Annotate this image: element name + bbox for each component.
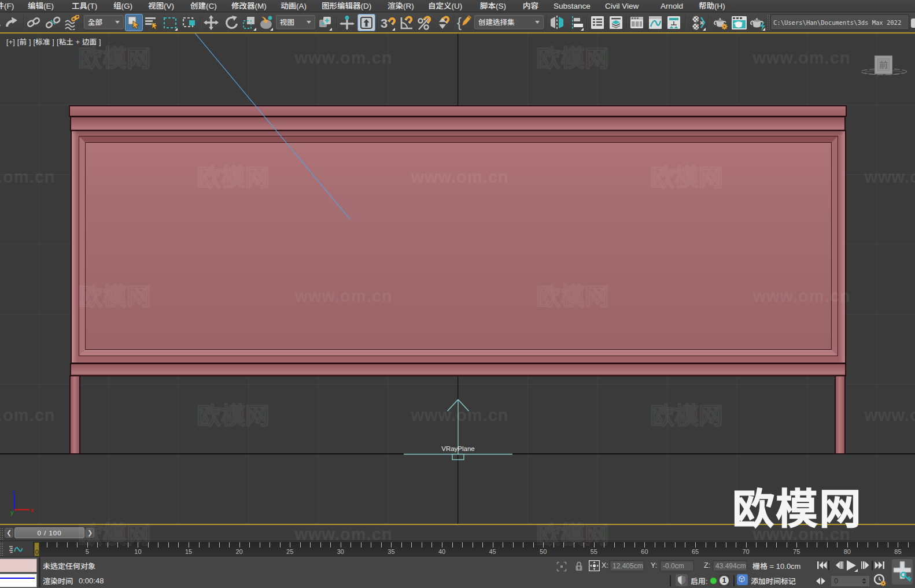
viewport-label-seg-3[interactable]: [粘土 + 边面 ] [57,38,101,46]
rectangular-selection-region-button[interactable] [163,14,178,31]
snaps-toggle-3d-button[interactable]: 3 [380,14,396,31]
track-bar-ruler[interactable]: 05101520253035404550556065707580850 [33,542,915,557]
ruler-label: 20 [235,548,242,555]
viewcube-front-face[interactable]: 前 [875,56,892,74]
macro-recorder-pane[interactable] [0,559,37,572]
transform-typein-icon[interactable] [589,560,600,574]
next-frame-button[interactable]: ❯ [86,528,94,538]
menu-11[interactable]: 脚本(S) [480,0,506,12]
material-editor-button[interactable] [691,14,706,31]
select-and-rotate-button[interactable] [224,14,239,31]
z-coord-field[interactable]: 43.494cm [713,560,747,571]
rendered-frame-window-button[interactable] [731,14,747,31]
named-selection-sets-dropdown[interactable]: 创建选择集 [474,15,544,29]
shield-button[interactable] [676,574,688,586]
time-tag-cube-button[interactable] [737,574,748,585]
previous-frame-button[interactable] [833,561,843,572]
set-key-button[interactable] [891,559,913,585]
time-configuration-button[interactable] [874,574,887,588]
menu-5[interactable]: 创建(C) [190,0,217,12]
play-button[interactable] [845,560,858,575]
menu-10[interactable]: 自定义(U) [428,0,462,12]
toolbar-grip[interactable] [767,14,770,31]
splitter-grip[interactable] [0,542,3,556]
select-and-link-button[interactable] [26,14,41,31]
x-coord-field[interactable]: 12.405cm [610,560,644,571]
go-to-end-button[interactable] [875,561,884,572]
current-frame-marker[interactable]: 0 [34,542,39,556]
undo-button[interactable] [0,14,2,31]
menu-14[interactable]: Civil View [605,0,639,12]
next-frame-button[interactable] [861,561,871,572]
viewport-label-seg-1[interactable]: [前 ] [17,38,31,46]
render-setup-button[interactable] [713,14,728,31]
menu-1[interactable]: 编辑(E) [28,0,54,12]
menu-3[interactable]: 组(G) [113,0,132,12]
add-time-tag[interactable]: 添加时间标记 [751,576,796,586]
menu-file[interactable]: 文件(F) [0,0,14,12]
menu-15[interactable]: Arnold [661,0,683,12]
menu-16[interactable]: 帮助(H) [699,0,725,12]
construction-line[interactable] [194,34,350,219]
maxscript-mini-listener[interactable] [0,558,37,587]
time-slider-grip[interactable]: 0 / 100 [14,527,84,538]
viewport-label-seg-2[interactable]: [标准 ] [34,38,54,46]
current-frame-field[interactable]: 0 [831,575,870,587]
project-folder-field[interactable]: C:\Users\Han\Documents\3ds Max 2022 [770,14,909,30]
key-mode-toggle[interactable] [816,576,825,587]
menu-6[interactable]: 修改器(M) [231,0,267,12]
window-crossing-button[interactable] [182,14,197,31]
viewport-label-seg-0[interactable]: [+] [6,38,15,46]
edit-named-selection-sets-button[interactable]: { [457,14,471,31]
percent-snap-button[interactable] [416,14,431,31]
listener-splitter[interactable] [39,557,40,587]
select-object-button[interactable] [125,14,143,31]
render-production-button[interactable] [750,14,766,31]
selection-filter-dropdown[interactable]: 全部 [84,15,124,29]
vrayplane-label[interactable]: VRayPlane [440,445,477,452]
viewcube[interactable]: 前 [859,54,909,77]
project-folder-path: C:\Users\Han\Documents\3ds Max 2022 [773,19,901,26]
y-coord-field[interactable]: -0.0cm [660,560,694,571]
reference-coordinate-dropdown[interactable]: 视图 [276,15,315,29]
mirror-button[interactable] [549,14,565,31]
selection-lock-icon[interactable] [574,561,584,575]
curve-editor-button[interactable] [648,14,662,31]
browse-project-folder-button[interactable] [911,14,915,31]
manipulate-icon [340,15,355,30]
menu-2[interactable]: 工具(T) [72,0,97,12]
align-button[interactable] [569,14,584,31]
frame-spinner[interactable] [862,578,866,584]
spinner-snap-button[interactable] [435,14,450,31]
select-and-place-button[interactable] [259,14,274,31]
bind-to-space-warp-button[interactable] [64,14,79,31]
unlink-selection-button[interactable] [46,14,61,31]
toggle-ribbon-button[interactable] [630,14,644,31]
viewport-front[interactable]: VRayPlane [+][前 ][标准 ][粘土 + 边面 ] 前 z x y [0,32,915,525]
redo-button[interactable] [4,14,19,31]
weight-badge-button[interactable]: 1 [718,575,730,586]
schematic-view-button[interactable] [667,14,681,31]
keyboard-shortcut-override-button[interactable] [357,14,375,31]
toggle-layer-explorer-button[interactable] [609,14,623,31]
previous-frame-button[interactable]: ❮ [5,528,13,538]
ruler-tick [736,542,736,548]
splitter-grip[interactable] [0,528,3,541]
select-by-name-button[interactable] [144,14,159,31]
toggle-scene-explorer-button[interactable] [591,14,604,31]
select-and-manipulate-button[interactable] [340,14,355,31]
menu-9[interactable]: 渲染(R) [388,0,414,12]
menu-4[interactable]: 视图(V) [148,0,174,12]
listener-pane[interactable] [0,574,37,587]
menu-8[interactable]: 图形编辑器(D) [322,0,371,12]
angle-snap-button[interactable] [398,14,413,31]
menu-13[interactable]: Substance [554,0,591,12]
isolate-selection-icon[interactable] [556,561,567,574]
go-to-start-button[interactable] [817,561,827,572]
select-and-move-button[interactable] [204,14,219,31]
select-and-scale-button[interactable] [242,14,257,31]
menu-7[interactable]: 动画(A) [281,0,307,12]
menu-12[interactable]: 内容 [523,0,538,12]
mini-curve-editor-button[interactable] [9,545,23,553]
use-pivot-point-center-button[interactable] [318,14,333,31]
